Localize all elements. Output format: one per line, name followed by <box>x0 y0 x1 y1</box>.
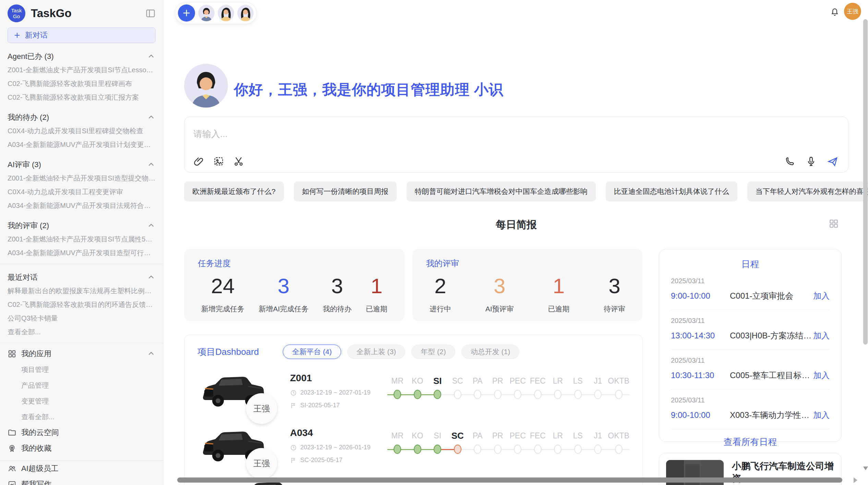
join-link[interactable]: 加入 <box>813 330 830 341</box>
project-row[interactable]: 王强 A034 2023-12-19 ~ 2026-01-19 SC-2025-… <box>184 416 642 471</box>
suggestion-chip[interactable]: 如何写一份清晰的项目周报 <box>294 182 397 201</box>
join-link[interactable]: 加入 <box>813 370 830 381</box>
milestone: LR <box>548 375 568 408</box>
sidebar-item-change-mgmt[interactable]: 变更管理 <box>8 393 156 409</box>
suggestion-chip[interactable]: 特朗普可能对进口汽车增税会对中国车企造成哪些影响 <box>407 182 596 201</box>
group-header[interactable]: AI评审 (3) <box>8 158 156 171</box>
suggestion-chips: 欧洲新规最近颁布了什么? 如何写一份清晰的项目周报 特朗普可能对进口汽车增税会对… <box>184 182 848 201</box>
milestone-timeline: MR KO SI SC PA PR PEC FEC LR LS J1 OKTB <box>387 430 629 463</box>
folder-icon <box>8 428 16 437</box>
list-item[interactable]: 公司Q3轻卡销量 <box>8 311 156 325</box>
stat: 3新增AI完成任务 <box>258 274 309 314</box>
milestone: OKTB <box>608 375 629 408</box>
avatar[interactable] <box>198 5 215 21</box>
add-agent-button[interactable] <box>178 4 195 22</box>
milestone-dot <box>574 445 582 454</box>
phone-icon[interactable] <box>784 156 795 167</box>
attachment-icon[interactable] <box>193 156 204 167</box>
project-row[interactable]: 王强 Z001 2023-12-19 ~ 2027-01-19 SI-2025-… <box>184 362 642 416</box>
stat: 24新增完成任务 <box>201 274 244 314</box>
composer-left-tools <box>193 156 244 167</box>
group-header[interactable]: 我的待办 (2) <box>8 111 156 124</box>
list-item[interactable]: Z001-全新燃油皮卡产品开发项目SI节点Lesson Learn报告 <box>8 63 156 77</box>
view-all-link[interactable]: 查看全部... <box>8 325 156 339</box>
list-item[interactable]: C0X4-动力总成开发项目工程变更评审 <box>8 185 156 199</box>
chat-composer <box>184 116 848 173</box>
sidebar-item-product-mgmt[interactable]: 产品管理 <box>8 377 156 393</box>
group-header[interactable]: 我的评审 (2) <box>8 219 156 232</box>
milestone: MR <box>387 430 407 463</box>
view-all-schedule-link[interactable]: 查看所有日程 <box>671 429 830 455</box>
list-item[interactable]: C02-飞腾新能源轻客改款项目立项汇报方案 <box>8 90 156 104</box>
clock-icon <box>290 389 297 396</box>
card-title: 我的评审 <box>426 258 629 269</box>
dashboard-title: 项目Dashboard <box>197 346 259 358</box>
list-item[interactable]: Z001-全新燃油轻卡产品开发项目SI造型提交物评审 <box>8 171 156 185</box>
project-date-range: 2023-12-19 ~ 2027-01-19 <box>300 389 371 396</box>
sidebar-item-favorites[interactable]: 我的收藏 <box>8 440 156 456</box>
milestone: PEC <box>508 430 528 463</box>
chevron-up-icon <box>147 273 156 282</box>
send-icon[interactable] <box>827 156 838 167</box>
list-item[interactable]: C0X4-动力总成开发项目SI里程碑提交物检查 <box>8 124 156 138</box>
list-item[interactable]: C02-飞腾新能源轻客改款项目里程碑画布 <box>8 77 156 90</box>
user-avatar[interactable]: 王强 <box>844 3 861 20</box>
sidebar-group-my-review: 我的评审 (2) Z001-全新燃油轻卡产品开发项目SI节点属性5D文件评审 A… <box>8 219 156 260</box>
notification-bell-icon[interactable] <box>830 7 840 17</box>
horizontal-scrollbar[interactable] <box>177 477 842 483</box>
milestone-dot <box>494 445 502 454</box>
tab-new-body[interactable]: 全新上装 (3) <box>347 345 406 359</box>
group-header[interactable]: Agent已办 (3) <box>8 50 156 63</box>
join-link[interactable]: 加入 <box>813 410 830 421</box>
milestone: J1 <box>588 430 608 463</box>
milestone: FEC <box>528 430 547 463</box>
project-code: A034 <box>290 427 378 438</box>
schedule-title: 日程 <box>671 258 830 270</box>
suggestion-chip[interactable]: 比亚迪全固态电池计划具体说了什么 <box>606 182 737 201</box>
card-title: 任务进度 <box>198 258 391 269</box>
vertical-scrollbar[interactable] <box>863 19 868 345</box>
suggestion-chip[interactable]: 当下年轻人对汽车外观有怎样的喜好趋势 <box>747 182 868 201</box>
sidebar-item-help-me-write[interactable]: 帮我写作 <box>8 476 156 485</box>
scroll-right-arrow-icon[interactable] <box>854 477 857 483</box>
tab-year-model[interactable]: 年型 (2) <box>411 345 455 359</box>
sidebar-item-project-mgmt[interactable]: 项目管理 <box>8 362 156 377</box>
stat: 3待评审 <box>604 274 625 314</box>
flag-icon <box>290 457 297 464</box>
new-chat-button[interactable]: 新对话 <box>8 27 156 43</box>
milestone-dot <box>394 445 401 454</box>
tab-new-platform[interactable]: 全新平台 (4) <box>283 345 341 359</box>
milestone-dot <box>454 445 461 454</box>
project-date-range: 2023-12-19 ~ 2026-01-19 <box>300 444 371 451</box>
sidebar-item-my-apps[interactable]: 我的应用 <box>8 346 156 362</box>
list-item[interactable]: A034-全新新能源MUV产品开发项目计划变更表编写 <box>8 138 156 151</box>
milestone: OKTB <box>608 430 629 463</box>
suggestion-chip[interactable]: 欧洲新规最近颁布了什么? <box>184 182 284 201</box>
project-code: Z001 <box>290 373 378 384</box>
list-item[interactable]: C02-飞腾新能源轻客改款项目的闭环通告反馈情况 <box>8 298 156 311</box>
layout-grid-icon[interactable] <box>829 219 839 229</box>
view-all-link[interactable]: 查看全部... <box>8 409 156 425</box>
list-item[interactable]: 解释最新出台的欧盟报废车法规再生塑料比例被调至15%... <box>8 284 156 298</box>
group-header[interactable]: 最近对话 <box>8 271 156 284</box>
avatar[interactable] <box>218 5 234 21</box>
microphone-icon[interactable] <box>806 156 817 167</box>
sidebar-item-cloud-space[interactable]: 我的云空间 <box>8 425 156 440</box>
collapse-sidebar-icon[interactable] <box>145 8 156 18</box>
chat-input[interactable] <box>193 126 776 141</box>
sidebar-item-ai-super-staff[interactable]: AI超级员工 <box>8 461 156 476</box>
avatar[interactable] <box>237 5 254 21</box>
list-item[interactable]: A034-全新新能源MUV产品开发项目法规符合性评审 <box>8 199 156 212</box>
stat: 2进行中 <box>430 274 451 314</box>
milestone-timeline: MR KO SI SC PA PR PEC FEC LR LS J1 OKTB <box>387 375 629 408</box>
tab-powertrain-dev[interactable]: 动总开发 (1) <box>461 345 520 359</box>
join-link[interactable]: 加入 <box>813 290 830 301</box>
milestone-dot <box>615 445 623 454</box>
scroll-down-arrow-icon[interactable] <box>863 467 868 470</box>
list-item[interactable]: A034-全新新能源MUV产品开发项目造型可行性评审 <box>8 246 156 260</box>
list-item[interactable]: Z001-全新燃油轻卡产品开发项目SI节点属性5D文件评审 <box>8 232 156 246</box>
scissors-icon[interactable] <box>233 156 244 167</box>
chevron-up-icon <box>147 113 156 122</box>
milestone-dot <box>434 390 441 399</box>
image-icon[interactable] <box>213 156 224 167</box>
